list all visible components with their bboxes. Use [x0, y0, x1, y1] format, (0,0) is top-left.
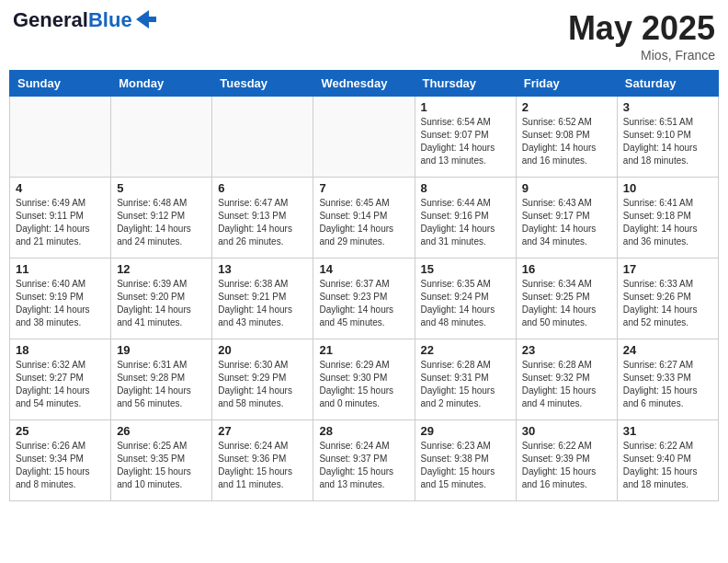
day-info: Sunrise: 6:48 AM Sunset: 9:12 PM Dayligh…: [117, 197, 206, 248]
day-info: Sunrise: 6:43 AM Sunset: 9:17 PM Dayligh…: [522, 197, 611, 248]
calendar-cell: 5Sunrise: 6:48 AM Sunset: 9:12 PM Daylig…: [111, 178, 212, 259]
calendar-week-row: 11Sunrise: 6:40 AM Sunset: 9:19 PM Dayli…: [10, 259, 719, 339]
day-number: 16: [522, 262, 611, 276]
calendar-cell: [111, 97, 212, 178]
day-number: 19: [117, 343, 206, 357]
day-number: 28: [319, 424, 408, 438]
day-number: 17: [623, 262, 712, 276]
day-number: 14: [319, 262, 408, 276]
day-info: Sunrise: 6:44 AM Sunset: 9:16 PM Dayligh…: [421, 197, 510, 248]
calendar-cell: 19Sunrise: 6:31 AM Sunset: 9:28 PM Dayli…: [111, 339, 212, 420]
day-info: Sunrise: 6:25 AM Sunset: 9:35 PM Dayligh…: [117, 440, 206, 491]
day-number: 27: [218, 424, 307, 438]
logo: GeneralBlue: [13, 9, 156, 31]
day-info: Sunrise: 6:49 AM Sunset: 9:11 PM Dayligh…: [16, 197, 105, 248]
calendar-cell: [212, 97, 313, 178]
day-info: Sunrise: 6:29 AM Sunset: 9:30 PM Dayligh…: [319, 359, 408, 410]
calendar-cell: 11Sunrise: 6:40 AM Sunset: 9:19 PM Dayli…: [10, 259, 111, 339]
calendar-cell: 23Sunrise: 6:28 AM Sunset: 9:32 PM Dayli…: [516, 339, 617, 420]
calendar-cell: 17Sunrise: 6:33 AM Sunset: 9:26 PM Dayli…: [617, 259, 718, 339]
day-number: 11: [16, 262, 105, 276]
day-number: 20: [218, 343, 307, 357]
calendar-cell: 6Sunrise: 6:47 AM Sunset: 9:13 PM Daylig…: [212, 178, 313, 259]
calendar-cell: 14Sunrise: 6:37 AM Sunset: 9:23 PM Dayli…: [313, 259, 415, 339]
day-number: 18: [16, 343, 105, 357]
day-info: Sunrise: 6:28 AM Sunset: 9:32 PM Dayligh…: [522, 359, 611, 410]
day-info: Sunrise: 6:45 AM Sunset: 9:14 PM Dayligh…: [319, 197, 408, 248]
day-info: Sunrise: 6:39 AM Sunset: 9:20 PM Dayligh…: [117, 278, 206, 329]
calendar-cell: [313, 97, 415, 178]
calendar-cell: 15Sunrise: 6:35 AM Sunset: 9:24 PM Dayli…: [415, 259, 516, 339]
calendar-cell: 3Sunrise: 6:51 AM Sunset: 9:10 PM Daylig…: [617, 97, 718, 178]
day-number: 29: [421, 424, 510, 438]
day-number: 1: [421, 100, 510, 114]
weekday-header: Thursday: [415, 71, 516, 97]
day-info: Sunrise: 6:35 AM Sunset: 9:24 PM Dayligh…: [421, 278, 510, 329]
calendar-cell: 2Sunrise: 6:52 AM Sunset: 9:08 PM Daylig…: [516, 97, 617, 178]
day-number: 3: [623, 100, 712, 114]
calendar-cell: 30Sunrise: 6:22 AM Sunset: 9:39 PM Dayli…: [516, 420, 617, 501]
logo-text: GeneralBlue: [13, 9, 132, 31]
weekday-header: Saturday: [617, 71, 718, 97]
calendar-cell: 4Sunrise: 6:49 AM Sunset: 9:11 PM Daylig…: [10, 178, 111, 259]
calendar-cell: 27Sunrise: 6:24 AM Sunset: 9:36 PM Dayli…: [212, 420, 313, 501]
day-info: Sunrise: 6:37 AM Sunset: 9:23 PM Dayligh…: [319, 278, 408, 329]
calendar-cell: 25Sunrise: 6:26 AM Sunset: 9:34 PM Dayli…: [10, 420, 111, 501]
calendar-cell: 8Sunrise: 6:44 AM Sunset: 9:16 PM Daylig…: [415, 178, 516, 259]
calendar-cell: 18Sunrise: 6:32 AM Sunset: 9:27 PM Dayli…: [10, 339, 111, 420]
day-info: Sunrise: 6:34 AM Sunset: 9:25 PM Dayligh…: [522, 278, 611, 329]
calendar-cell: 22Sunrise: 6:28 AM Sunset: 9:31 PM Dayli…: [415, 339, 516, 420]
calendar-cell: 24Sunrise: 6:27 AM Sunset: 9:33 PM Dayli…: [617, 339, 718, 420]
day-number: 23: [522, 343, 611, 357]
calendar-cell: 31Sunrise: 6:22 AM Sunset: 9:40 PM Dayli…: [617, 420, 718, 501]
day-info: Sunrise: 6:22 AM Sunset: 9:39 PM Dayligh…: [522, 440, 611, 491]
day-info: Sunrise: 6:33 AM Sunset: 9:26 PM Dayligh…: [623, 278, 712, 329]
calendar-cell: [10, 97, 111, 178]
day-number: 22: [421, 343, 510, 357]
title-section: May 2025 Mios, France: [568, 9, 715, 63]
calendar-cell: 12Sunrise: 6:39 AM Sunset: 9:20 PM Dayli…: [111, 259, 212, 339]
day-number: 5: [117, 181, 206, 195]
day-number: 12: [117, 262, 206, 276]
day-number: 8: [421, 181, 510, 195]
calendar-cell: 13Sunrise: 6:38 AM Sunset: 9:21 PM Dayli…: [212, 259, 313, 339]
calendar-cell: 21Sunrise: 6:29 AM Sunset: 9:30 PM Dayli…: [313, 339, 415, 420]
day-info: Sunrise: 6:27 AM Sunset: 9:33 PM Dayligh…: [623, 359, 712, 410]
day-info: Sunrise: 6:28 AM Sunset: 9:31 PM Dayligh…: [421, 359, 510, 410]
month-title: May 2025: [568, 9, 715, 48]
calendar-cell: 26Sunrise: 6:25 AM Sunset: 9:35 PM Dayli…: [111, 420, 212, 501]
day-info: Sunrise: 6:26 AM Sunset: 9:34 PM Dayligh…: [16, 440, 105, 491]
day-info: Sunrise: 6:32 AM Sunset: 9:27 PM Dayligh…: [16, 359, 105, 410]
day-number: 10: [623, 181, 712, 195]
location: Mios, France: [568, 48, 715, 63]
calendar-week-row: 25Sunrise: 6:26 AM Sunset: 9:34 PM Dayli…: [10, 420, 719, 501]
calendar-cell: 9Sunrise: 6:43 AM Sunset: 9:17 PM Daylig…: [516, 178, 617, 259]
page-header: GeneralBlue May 2025 Mios, France: [9, 9, 719, 63]
day-number: 24: [623, 343, 712, 357]
logo-arrow-icon: [136, 10, 156, 29]
day-number: 31: [623, 424, 712, 438]
weekday-header: Wednesday: [313, 71, 415, 97]
calendar-table: SundayMondayTuesdayWednesdayThursdayFrid…: [9, 70, 719, 501]
weekday-header: Tuesday: [212, 71, 313, 97]
day-info: Sunrise: 6:52 AM Sunset: 9:08 PM Dayligh…: [522, 116, 611, 167]
day-info: Sunrise: 6:30 AM Sunset: 9:29 PM Dayligh…: [218, 359, 307, 410]
day-info: Sunrise: 6:31 AM Sunset: 9:28 PM Dayligh…: [117, 359, 206, 410]
day-number: 25: [16, 424, 105, 438]
day-number: 26: [117, 424, 206, 438]
calendar-week-row: 1Sunrise: 6:54 AM Sunset: 9:07 PM Daylig…: [10, 97, 719, 178]
weekday-header: Friday: [516, 71, 617, 97]
day-number: 30: [522, 424, 611, 438]
day-number: 2: [522, 100, 611, 114]
day-info: Sunrise: 6:41 AM Sunset: 9:18 PM Dayligh…: [623, 197, 712, 248]
day-info: Sunrise: 6:54 AM Sunset: 9:07 PM Dayligh…: [421, 116, 510, 167]
day-number: 6: [218, 181, 307, 195]
calendar-week-row: 4Sunrise: 6:49 AM Sunset: 9:11 PM Daylig…: [10, 178, 719, 259]
calendar-cell: 20Sunrise: 6:30 AM Sunset: 9:29 PM Dayli…: [212, 339, 313, 420]
weekday-header: Sunday: [10, 71, 111, 97]
day-info: Sunrise: 6:38 AM Sunset: 9:21 PM Dayligh…: [218, 278, 307, 329]
calendar-cell: 28Sunrise: 6:24 AM Sunset: 9:37 PM Dayli…: [313, 420, 415, 501]
day-info: Sunrise: 6:22 AM Sunset: 9:40 PM Dayligh…: [623, 440, 712, 491]
day-info: Sunrise: 6:24 AM Sunset: 9:37 PM Dayligh…: [319, 440, 408, 491]
calendar-cell: 1Sunrise: 6:54 AM Sunset: 9:07 PM Daylig…: [415, 97, 516, 178]
